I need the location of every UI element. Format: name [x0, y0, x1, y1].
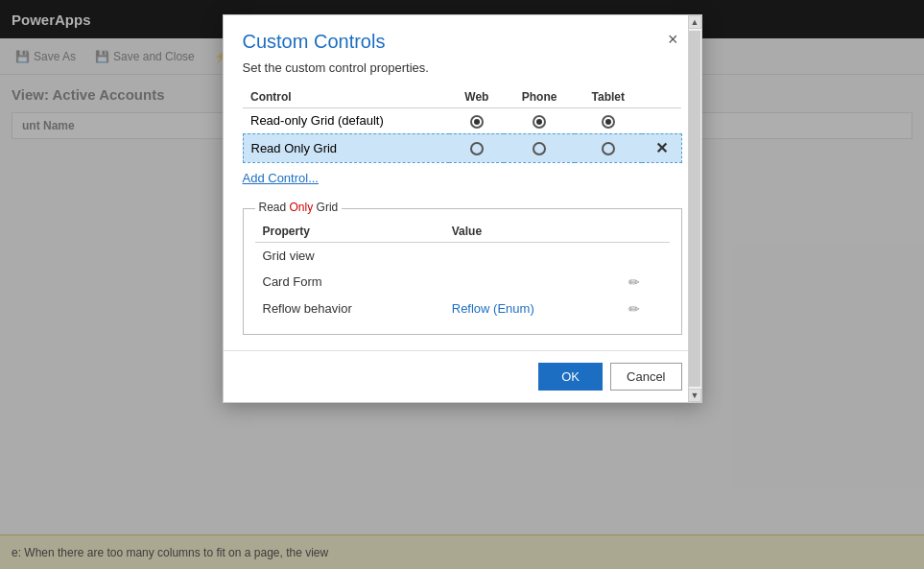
- col-header-web: Web: [449, 86, 504, 108]
- control-name-2: Read Only Grid: [243, 133, 449, 162]
- radio-web-2[interactable]: [449, 133, 504, 162]
- dialog-footer: OK Cancel: [224, 350, 701, 402]
- table-row: Reflow behavior Reflow (Enum) ✏: [255, 296, 670, 322]
- radio-filled-icon[interactable]: [602, 115, 615, 129]
- prop-col-header: Property: [255, 221, 444, 243]
- value-grid-view: [444, 242, 621, 269]
- ok-button[interactable]: OK: [538, 363, 603, 391]
- delete-row-icon[interactable]: ✕: [655, 140, 668, 156]
- radio-web-1[interactable]: [449, 108, 504, 134]
- table-row: Card Form ✏: [255, 269, 670, 296]
- delete-cell-2[interactable]: ✕: [642, 133, 681, 162]
- radio-filled-icon[interactable]: [470, 115, 484, 129]
- radio-filled-icon[interactable]: [533, 115, 546, 129]
- add-control-link[interactable]: Add Control...: [243, 171, 320, 185]
- value-card-form: [444, 269, 621, 296]
- dialog-close-button[interactable]: ×: [664, 31, 682, 48]
- table-row: Read-only Grid (default): [243, 108, 681, 134]
- scrollbar-up-icon[interactable]: ▲: [688, 15, 701, 29]
- radio-empty-icon[interactable]: [470, 142, 484, 155]
- value-reflow: Reflow (Enum): [444, 296, 621, 322]
- radio-tablet-1[interactable]: [575, 108, 642, 134]
- radio-empty-icon[interactable]: [602, 142, 615, 155]
- controls-table: Control Web Phone Tablet Read-only Grid …: [243, 86, 682, 163]
- legend-highlight: Only: [290, 201, 314, 214]
- dialog-header: Custom Controls ×: [224, 15, 701, 60]
- control-name-1: Read-only Grid (default): [243, 108, 449, 134]
- dialog-body: Control Web Phone Tablet Read-only Grid …: [224, 86, 701, 350]
- col-header-phone: Phone: [504, 86, 574, 108]
- scrollbar-down-icon[interactable]: ▼: [688, 389, 701, 402]
- properties-table: Property Value Grid view Card Form: [255, 221, 670, 322]
- radio-phone-2[interactable]: [504, 133, 574, 162]
- edit-pencil-icon[interactable]: ✏: [628, 274, 640, 290]
- scrollbar-thumb[interactable]: [689, 31, 700, 387]
- delete-cell-1: [642, 108, 681, 134]
- value-col-header: Value: [444, 221, 621, 243]
- section-legend: Read Only Grid: [255, 201, 343, 214]
- edit-card-form[interactable]: ✏: [621, 269, 670, 296]
- properties-section: Read Only Grid Property Value Grid view: [243, 208, 682, 335]
- prop-reflow: Reflow behavior: [255, 296, 444, 322]
- radio-tablet-2[interactable]: [575, 133, 642, 162]
- dialog-title: Custom Controls: [243, 31, 386, 53]
- radio-empty-icon[interactable]: [533, 142, 546, 155]
- table-row[interactable]: Read Only Grid ✕: [243, 133, 681, 162]
- dialog-scrollbar[interactable]: ▲ ▼: [688, 15, 701, 402]
- cancel-button[interactable]: Cancel: [610, 363, 681, 391]
- prop-card-form: Card Form: [255, 269, 444, 296]
- table-row: Grid view: [255, 242, 670, 269]
- col-header-control: Control: [243, 86, 449, 108]
- dialog-subtitle: Set the custom control properties.: [224, 60, 701, 86]
- custom-controls-dialog: Custom Controls × Set the custom control…: [223, 14, 702, 403]
- edit-grid-view: [621, 242, 670, 269]
- edit-reflow[interactable]: ✏: [621, 296, 670, 322]
- prop-grid-view: Grid view: [255, 242, 444, 269]
- col-header-tablet: Tablet: [575, 86, 642, 108]
- edit-pencil-icon[interactable]: ✏: [628, 301, 640, 317]
- radio-phone-1[interactable]: [504, 108, 574, 134]
